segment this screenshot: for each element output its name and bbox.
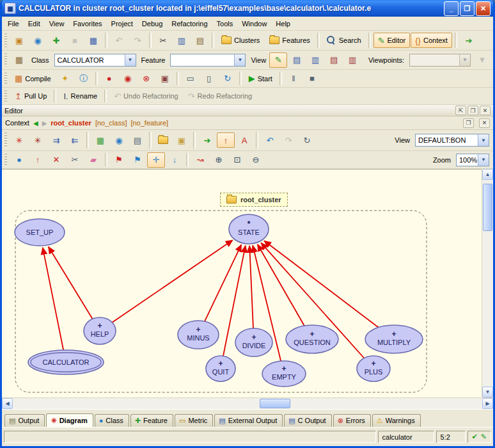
context-toggle-button[interactable]: {}Context xyxy=(411,33,452,48)
dropdown-arrow-icon[interactable]: ▼ xyxy=(234,54,245,66)
toolbar-grip[interactable] xyxy=(4,154,7,166)
class-node-state[interactable]: *STATE xyxy=(229,214,269,244)
class-tool-button[interactable]: ▦ xyxy=(10,52,28,68)
horizontal-scroll-thumb[interactable] xyxy=(260,399,290,408)
class-node-minus[interactable]: +MINUS xyxy=(178,321,219,349)
class-node-set_up[interactable]: SET_UP xyxy=(15,219,65,246)
scroll-right-icon[interactable]: ▶ xyxy=(482,398,493,409)
print-diagram-button[interactable]: ▤ xyxy=(129,132,146,148)
cut-button[interactable]: ✂ xyxy=(154,33,172,48)
inheritance-link-divide-state[interactable] xyxy=(249,246,253,328)
menu-edit[interactable]: Edit xyxy=(24,19,45,29)
move-diagram-button[interactable]: ✛ xyxy=(147,152,165,168)
menu-refactoring[interactable]: Refactoring xyxy=(167,19,212,29)
cut-links-button[interactable]: ✂ xyxy=(66,152,84,168)
finalize-button[interactable]: ▣ xyxy=(156,71,174,86)
menu-project[interactable]: Project xyxy=(107,19,138,29)
inheritance-link-question-state[interactable] xyxy=(258,244,304,326)
tab-feature[interactable]: ✚Feature xyxy=(130,414,173,427)
zoom-in-button[interactable]: ⊕ xyxy=(210,152,228,168)
toolbar-grip[interactable] xyxy=(4,53,7,67)
discard-assertions-button[interactable]: ⊗ xyxy=(138,71,155,86)
zoom-combobox[interactable]: 100%▼ xyxy=(456,154,489,166)
basic-text-view-button[interactable]: ✎ xyxy=(269,52,287,68)
menu-view[interactable]: View xyxy=(45,19,69,29)
add-ancestors-button[interactable]: ↑ xyxy=(29,152,47,168)
text-tool-button[interactable]: A xyxy=(235,132,253,148)
add-inheritance-link-button[interactable]: ↑ xyxy=(217,132,235,148)
refresh-button[interactable]: ↻ xyxy=(219,71,237,86)
pull-up-button[interactable]: ↥Pull Up xyxy=(10,88,51,104)
melt-button[interactable]: ● xyxy=(100,71,118,86)
supplier-links-button[interactable]: ⇉ xyxy=(47,132,65,148)
close-context-icon[interactable]: ✕ xyxy=(479,118,490,128)
export-image-button[interactable]: ◉ xyxy=(110,132,128,148)
vertical-scroll-thumb[interactable] xyxy=(483,184,492,231)
class-node-plus[interactable]: +PLUS xyxy=(357,356,390,381)
class-combobox[interactable]: CALCULATOR▼ xyxy=(54,54,136,67)
class-node-calculator[interactable]: CALCULATOR xyxy=(28,350,104,374)
relayout-button[interactable]: ↝ xyxy=(191,152,209,168)
scroll-up-icon[interactable]: ▲ xyxy=(482,169,493,180)
maximize-panel-icon[interactable]: ❐ xyxy=(468,106,478,115)
cluster-tag[interactable]: root_cluster xyxy=(220,193,288,207)
menu-help[interactable]: Help xyxy=(271,19,295,29)
contract-view-button[interactable]: ▤ xyxy=(325,52,343,68)
cluster-relations-button[interactable]: ✳ xyxy=(29,132,47,148)
title-bar[interactable]: ▦ CALCULATOR in cluster root_cluster loc… xyxy=(2,0,493,17)
reload-diagram-button[interactable]: ↻ xyxy=(298,132,316,148)
blue-flag-button[interactable]: ⚑ xyxy=(129,152,146,168)
feature-combobox[interactable]: ▼ xyxy=(170,54,246,67)
tab-class[interactable]: ●Class xyxy=(95,414,129,427)
copy-button[interactable]: ▥ xyxy=(173,33,191,48)
zoom-out-button[interactable]: ⊖ xyxy=(247,152,265,168)
rename-button[interactable]: I.Rename xyxy=(59,88,102,104)
scroll-left-icon[interactable]: ◀ xyxy=(2,398,13,409)
horizontal-scrollbar[interactable]: ◀ ▶ xyxy=(2,397,493,409)
menu-window[interactable]: Window xyxy=(237,19,271,29)
close-panel-icon[interactable]: ✕ xyxy=(480,106,491,115)
compile-button[interactable]: ▦Compile xyxy=(10,71,56,86)
eraser-button[interactable]: ▰ xyxy=(84,152,102,168)
search-button[interactable]: Search xyxy=(322,33,366,48)
dropdown-arrow-icon[interactable]: ▼ xyxy=(125,54,136,66)
horizontal-scroll-track[interactable] xyxy=(13,398,482,409)
tab-output[interactable]: ▤Output xyxy=(4,414,45,427)
tab-diagram[interactable]: ✳Diagram xyxy=(46,413,93,427)
tab-warnings[interactable]: ⚠Warnings xyxy=(372,414,421,427)
toolbar-grip[interactable] xyxy=(4,33,7,47)
clickable-view-button[interactable]: ▤ xyxy=(288,52,306,68)
start-button[interactable]: ▶Start xyxy=(244,71,277,86)
class-node-divide[interactable]: +DIVIDE xyxy=(235,328,272,356)
open-console-button[interactable]: ▭ xyxy=(182,71,200,86)
history-back-icon[interactable]: ◀ xyxy=(33,120,38,127)
toolbar-grip[interactable] xyxy=(4,132,7,148)
tab-metric[interactable]: ▭Metric xyxy=(175,414,213,427)
close-button[interactable]: ✕ xyxy=(476,1,491,16)
add-class-button[interactable]: ✚ xyxy=(47,33,65,48)
quick-melt-button[interactable]: ◉ xyxy=(119,71,137,86)
precompile-button[interactable]: ✦ xyxy=(56,71,74,86)
features-button[interactable]: Features xyxy=(265,33,314,48)
menu-file[interactable]: File xyxy=(3,19,24,29)
class-relations-button[interactable]: ✳ xyxy=(10,132,28,148)
tab-errors[interactable]: ⊗Errors xyxy=(333,414,371,427)
clusters-button[interactable]: Clusters xyxy=(217,33,264,48)
remove-item-button[interactable]: ✕ xyxy=(47,152,65,168)
dropdown-arrow-icon[interactable]: ▼ xyxy=(478,134,489,146)
toolbar-grip[interactable] xyxy=(4,72,7,84)
class-node-quit[interactable]: +QUIT xyxy=(206,356,235,381)
float-window-icon[interactable]: ⇱ xyxy=(455,106,466,115)
tab-c-output[interactable]: ▤C Output xyxy=(284,414,331,427)
add-client-link-button[interactable]: ➔ xyxy=(198,132,216,148)
paste-button[interactable]: ▤ xyxy=(191,33,209,48)
red-flag-button[interactable]: ⚑ xyxy=(110,152,128,168)
vertical-scrollbar[interactable]: ▲ ▼ xyxy=(482,169,493,397)
class-node-help[interactable]: +HELP xyxy=(84,317,116,344)
inheritance-link-multiply-state[interactable] xyxy=(264,241,379,327)
stop-execution-button[interactable]: ■ xyxy=(303,71,321,86)
class-node-empty[interactable]: +EMPTY xyxy=(262,361,306,387)
diagram-snapshot-button[interactable]: ▦ xyxy=(91,132,109,148)
undo-diagram-button[interactable]: ↶ xyxy=(261,132,279,148)
diagram-canvas[interactable]: SET_UP*STATE+HELPCALCULATOR+MINUS+QUIT+D… xyxy=(2,169,482,397)
